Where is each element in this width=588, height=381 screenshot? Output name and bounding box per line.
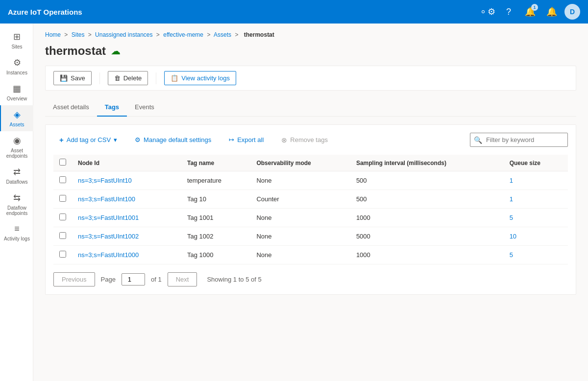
manage-default-settings-button[interactable]: ⚙ Manage default settings (129, 133, 217, 146)
previous-button[interactable]: Previous (53, 272, 95, 286)
observability-cell: None (250, 171, 350, 190)
sidebar-item-dataflows[interactable]: ⇄ Dataflows (0, 163, 33, 189)
page-number-input[interactable] (122, 273, 145, 286)
topnav-icons: ⚙ ? 🔔 1 🔔 D (478, 3, 580, 21)
tabs: Asset details Tags Events (45, 98, 576, 117)
data-table: Node Id Tag name Observability mode Samp… (53, 155, 568, 264)
delete-button[interactable]: 🗑 Delete (108, 71, 148, 85)
page-label: Page (101, 276, 116, 283)
page-title: thermostat (45, 44, 106, 58)
toolbar-sep-2 (156, 72, 156, 84)
next-button[interactable]: Next (168, 272, 197, 286)
sidebar-item-activity-logs[interactable]: ≡ Activity logs (0, 220, 33, 245)
sidebar-item-asset-endpoints[interactable]: ◉ Asset endpoints (0, 131, 33, 163)
export-all-button[interactable]: ↦ Export all (223, 133, 270, 146)
settings-button[interactable]: ⚙ (478, 3, 496, 21)
header-sampling-interval: Sampling interval (milliseconds) (350, 155, 504, 171)
activity-log-icon: 📋 (171, 74, 178, 82)
row-checkbox-cell (53, 227, 72, 246)
queue-size-cell: 1 (504, 171, 568, 190)
node-id-link-2[interactable]: ns=3;s=FastUInt1001 (78, 214, 139, 221)
node-id-link-4[interactable]: ns=3;s=FastUInt1000 (78, 251, 139, 259)
row-checkbox-2[interactable] (59, 214, 66, 220)
sampling-interval-cell: 500 (350, 190, 504, 209)
sidebar-label-sites: Sites (11, 44, 22, 49)
queue-size-cell: 5 (504, 246, 568, 264)
save-button[interactable]: 💾 Save (53, 71, 92, 85)
export-all-label: Export all (237, 136, 264, 143)
of-label: of 1 (151, 276, 162, 283)
sidebar-label-assets: Assets (9, 122, 24, 127)
sidebar-item-instances[interactable]: ⚙ Instances (0, 53, 33, 79)
sidebar-item-sites[interactable]: ⊞ Sites (0, 27, 33, 53)
breadcrumb-home[interactable]: Home (45, 31, 61, 38)
breadcrumb-assets[interactable]: Assets (214, 31, 231, 38)
sampling-interval-cell: 5000 (350, 227, 504, 246)
row-checkbox-3[interactable] (59, 232, 66, 239)
notifications-button[interactable]: 🔔 1 (521, 3, 539, 21)
view-activity-logs-button[interactable]: 📋 View activity logs (164, 71, 236, 85)
node-id-link-0[interactable]: ns=3;s=FastUInt10 (78, 177, 132, 184)
observability-cell: None (250, 246, 350, 264)
sidebar-item-assets[interactable]: ◈ Assets (0, 105, 33, 131)
export-icon: ↦ (229, 136, 234, 143)
sidebar-item-overview[interactable]: ▦ Overview (0, 79, 33, 105)
bell-button[interactable]: 🔔 (543, 3, 561, 21)
queue-size-cell: 10 (504, 227, 568, 246)
sidebar-icon-sites: ⊞ (13, 31, 21, 42)
sidebar-item-dataflow-endpoints[interactable]: ⇆ Dataflow endpoints (0, 189, 33, 220)
remove-tags-button[interactable]: ⊗ Remove tags (275, 133, 334, 147)
sidebar-label-overview: Overview (7, 96, 27, 101)
next-label: Next (176, 276, 189, 283)
table-row: ns=3;s=FastUInt100 Tag 10 Counter 500 1 (53, 190, 568, 209)
node-id-link-1[interactable]: ns=3;s=FastUInt100 (78, 195, 135, 203)
delete-label: Delete (123, 74, 142, 82)
showing-text: Showing 1 to 5 of 5 (207, 276, 261, 283)
tag-name-cell: Tag 1000 (181, 246, 250, 264)
row-checkbox-1[interactable] (59, 195, 66, 202)
select-all-checkbox[interactable] (59, 159, 66, 166)
search-icon: 🔍 (474, 136, 482, 144)
avatar[interactable]: D (564, 4, 580, 20)
table-header-row: Node Id Tag name Observability mode Samp… (53, 155, 568, 171)
sidebar-icon-overview: ▦ (13, 83, 21, 94)
table-row: ns=3;s=FastUInt1001 Tag 1001 None 1000 5 (53, 209, 568, 227)
previous-label: Previous (62, 276, 87, 283)
breadcrumb-unassigned-instances[interactable]: Unassigned instances (95, 31, 152, 38)
table-row: ns=3;s=FastUInt10 temperature None 500 1 (53, 171, 568, 190)
breadcrumb-effective-meme[interactable]: effective-meme (163, 31, 203, 38)
table-row: ns=3;s=FastUInt1002 Tag 1002 None 5000 1… (53, 227, 568, 246)
row-checkbox-cell (53, 246, 72, 264)
sampling-interval-cell: 1000 (350, 209, 504, 227)
tab-tags[interactable]: Tags (97, 98, 127, 117)
sidebar-icon-dataflows: ⇄ (13, 167, 21, 177)
header-observability-mode: Observability mode (250, 155, 350, 171)
notification-badge: 1 (531, 4, 538, 11)
sidebar-icon-activity-logs: ≡ (14, 224, 20, 234)
chevron-down-icon: ▾ (114, 136, 117, 143)
sidebar-icon-asset-endpoints: ◉ (13, 135, 21, 146)
tab-asset-details[interactable]: Asset details (45, 98, 97, 117)
node-id-cell: ns=3;s=FastUInt100 (72, 190, 181, 209)
table-card: + Add tag or CSV ▾ ⚙ Manage default sett… (45, 124, 576, 295)
manage-settings-label: Manage default settings (144, 136, 211, 143)
sidebar: ⊞ Sites ⚙ Instances ▦ Overview ◈ Assets … (0, 24, 33, 381)
node-id-cell: ns=3;s=FastUInt10 (72, 171, 181, 190)
filter-input[interactable] (470, 133, 568, 147)
add-tag-csv-button[interactable]: + Add tag or CSV ▾ (53, 133, 123, 147)
row-checkbox-4[interactable] (59, 251, 66, 258)
sampling-interval-cell: 500 (350, 171, 504, 190)
node-id-link-3[interactable]: ns=3;s=FastUInt1002 (78, 233, 139, 240)
topnav: Azure IoT Operations ⚙ ? 🔔 1 🔔 D (0, 0, 588, 24)
tab-events[interactable]: Events (127, 98, 162, 117)
breadcrumb-sites[interactable]: Sites (72, 31, 85, 38)
sampling-interval-cell: 1000 (350, 246, 504, 264)
table-row: ns=3;s=FastUInt1000 Tag 1000 None 1000 5 (53, 246, 568, 264)
sidebar-icon-assets: ◈ (14, 109, 21, 120)
row-checkbox-0[interactable] (59, 176, 66, 183)
sidebar-label-dataflows: Dataflows (6, 179, 28, 185)
save-icon: 💾 (60, 74, 68, 82)
help-button[interactable]: ? (500, 3, 517, 21)
header-queue-size: Queue size (504, 155, 568, 171)
sidebar-label-asset-endpoints: Asset endpoints (3, 148, 31, 159)
